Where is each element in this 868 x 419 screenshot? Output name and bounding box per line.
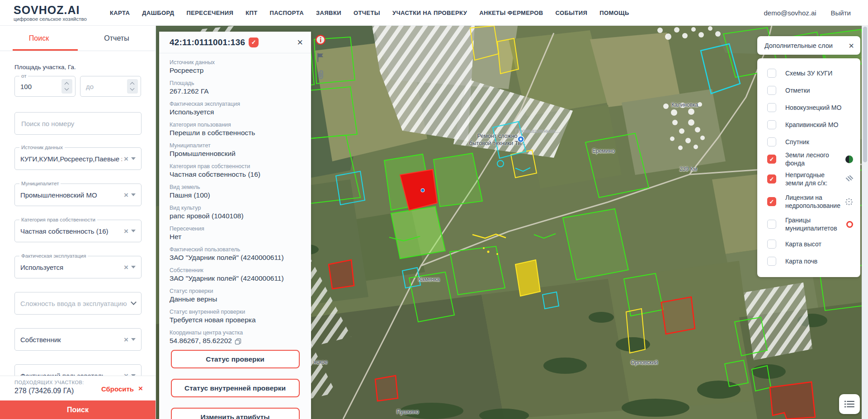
main-nav: КАРТА ДАШБОРД ПЕРЕСЕЧЕНИЯ КПТ ПАСПОРТА З… [110, 9, 629, 16]
area-to-field[interactable] [80, 76, 141, 97]
checkbox[interactable] [767, 137, 776, 146]
edit-attributes-button[interactable]: Изменить атрибуты [171, 408, 300, 419]
nav-ankety-fermerov[interactable]: АНКЕТЫ ФЕРМЕРОВ [479, 9, 543, 16]
map-poi-label: Ремонт сложно бытовой техники Тв... [468, 132, 527, 147]
info-icon[interactable] [315, 34, 326, 45]
layer-soil-map[interactable]: Карта почв [767, 253, 853, 270]
flag-icon[interactable] [315, 52, 326, 63]
close-icon[interactable]: × [297, 38, 303, 47]
field-label: Муниципалитет [170, 142, 301, 149]
internal-check-status-button[interactable]: Статус внутренней проверки [171, 379, 300, 397]
paperclip-icon[interactable] [315, 70, 326, 80]
nav-karta[interactable]: КАРТА [110, 9, 130, 16]
filter-label: Муниципалитет [19, 180, 61, 187]
layer-forest-lands[interactable]: ✓ Земли лесного фонда [767, 151, 853, 168]
checkbox[interactable] [767, 257, 776, 266]
checkbox[interactable] [767, 86, 776, 95]
clear-icon[interactable]: × [124, 264, 128, 271]
field-value: 267.1262 ГА [170, 87, 301, 96]
logout-button[interactable]: Выйти [831, 9, 851, 17]
clear-icon[interactable]: × [124, 227, 128, 235]
area-from-label: от [19, 73, 28, 79]
layer-novokuznetsky-mo[interactable]: Новокузнецкий МО [767, 99, 853, 116]
layer-unsuitable-lands[interactable]: ✓ Непригодные земли для с/х: [767, 168, 853, 190]
filter-data-source[interactable]: Источник данных КУГИ,КУМИ,Росреестр,Паев… [14, 147, 142, 170]
layer-schemy-zu-kugi[interactable]: Схемы ЗУ КУГИ [767, 65, 853, 82]
field-label: Категория пользования [170, 121, 301, 128]
clear-icon[interactable]: × [124, 191, 128, 199]
area-from-field[interactable]: от [14, 76, 75, 97]
checkbox[interactable] [767, 69, 776, 78]
filter-value: Частная собственность (16) [20, 227, 122, 235]
page-scrollbar[interactable] [862, 26, 868, 419]
close-icon[interactable]: × [849, 41, 854, 50]
app-logo: SOVHOZ.AI [14, 4, 97, 16]
filter-actual-use[interactable]: Фактическая эксплуатация Используется × [14, 256, 142, 278]
chevron-down-icon [131, 338, 136, 341]
map-label: Калиновка [671, 102, 698, 108]
number-stepper[interactable] [61, 79, 72, 94]
nav-otchety[interactable]: ОТЧЕТЫ [354, 9, 380, 16]
copy-icon[interactable] [235, 338, 241, 345]
hatch-lines-icon [845, 175, 853, 183]
check-status-button[interactable]: Статус проверки [171, 350, 300, 368]
red-ring-icon [846, 221, 853, 228]
filter-municipality[interactable]: Муниципалитет Промышленновский МО × [14, 184, 142, 206]
field-label: Координаты центра участка [170, 329, 301, 336]
field-label: Категория прав собственности [170, 163, 301, 170]
legend-list-button[interactable] [839, 394, 860, 414]
nav-zayavki[interactable]: ЗАЯВКИ [316, 9, 341, 16]
user-email: demo@sovhoz.ai [764, 9, 816, 17]
tab-search[interactable]: Поиск [0, 26, 78, 51]
layer-otmetki[interactable]: Отметки [767, 82, 853, 99]
filter-label: Фактическая эксплуатация [19, 253, 88, 259]
field-value: Промышленновский [170, 149, 301, 158]
layer-municipal-borders[interactable]: Границы муниципалитетов [767, 213, 853, 235]
nav-pomosch[interactable]: ПОМОЩЬ [599, 9, 629, 16]
checkbox-checked[interactable]: ✓ [767, 174, 776, 184]
filter-owner[interactable]: Собственник × [14, 328, 142, 351]
layer-sputnik[interactable]: Спутник [767, 133, 853, 151]
checkbox[interactable] [767, 220, 776, 229]
field-label: Источник данных [170, 59, 301, 66]
sidebar-tabs: Поиск Отчеты [0, 26, 156, 51]
checkbox-checked[interactable]: ✓ [767, 197, 776, 206]
chevron-down-icon [131, 157, 136, 160]
layer-subsoil-licenses[interactable]: ✓ Лицензии на недропользование [767, 190, 853, 213]
number-search-field[interactable] [14, 112, 142, 135]
nav-sobytiya[interactable]: СОБЫТИЯ [556, 9, 588, 16]
field-label: Вид земель [170, 184, 301, 191]
search-button[interactable]: Поиск [0, 400, 156, 419]
close-icon[interactable]: × [138, 384, 143, 393]
reset-filters-button[interactable]: Сбросить × [101, 384, 143, 393]
checkbox-checked[interactable]: ✓ [767, 155, 776, 164]
nav-uchastki-na-proverku[interactable]: УЧАСТКИ НА ПРОВЕРКУ [392, 9, 467, 16]
nav-peresecheniya[interactable]: ПЕРЕСЕЧЕНИЯ [186, 9, 233, 16]
checkbox[interactable] [767, 240, 776, 249]
filter-placeholder: Сложность ввода в эксплуатацию [20, 300, 132, 307]
field-value: Росреестр [170, 66, 301, 75]
layer-elevation-map[interactable]: Карта высот [767, 235, 853, 253]
number-stepper[interactable] [127, 79, 138, 94]
verified-badge-icon: ✓ [249, 38, 259, 47]
parcel-detail-panel: 42:11:0111001:136 ✓ × Источник данныхРос… [159, 32, 311, 419]
field-label: Площадь [170, 80, 301, 87]
nav-kpt[interactable]: КПТ [245, 9, 257, 16]
checkbox[interactable] [767, 103, 776, 112]
filter-commissioning-difficulty[interactable]: Сложность ввода в эксплуатацию [14, 292, 142, 315]
tab-reports[interactable]: Отчеты [78, 26, 156, 51]
clear-icon[interactable]: × [124, 336, 128, 344]
nav-pasporta[interactable]: ПАСПОРТА [270, 9, 304, 16]
field-label: Собственник [170, 267, 301, 274]
scrollbar-thumb[interactable] [863, 27, 867, 162]
filter-value: Собственник [20, 336, 122, 344]
filter-value: Промышленновский МО [20, 191, 122, 199]
checkbox[interactable] [767, 120, 776, 129]
field-value: Перешли в собственность [170, 128, 301, 137]
map-label: Каменка [418, 276, 439, 282]
nav-dashbord[interactable]: ДАШБОРД [142, 9, 174, 16]
filter-ownership-category[interactable]: Категория прав собственности Частная соб… [14, 220, 142, 242]
number-search-input[interactable] [15, 113, 141, 134]
clear-icon[interactable]: × [124, 155, 128, 163]
layer-krapivinsky-mo[interactable]: Крапивинский МО [767, 116, 853, 133]
